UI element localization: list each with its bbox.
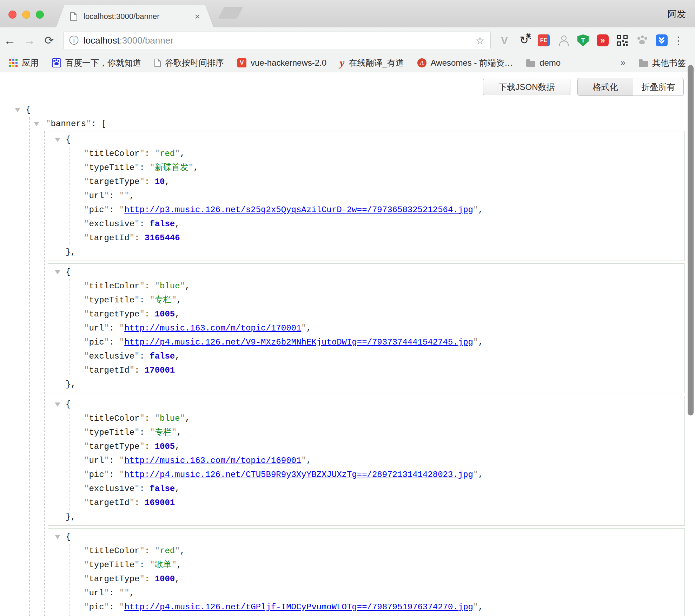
json-literal-value: 170001 (145, 366, 175, 375)
vue-devtools-extension-icon[interactable]: V (497, 33, 512, 48)
browser-profile-name[interactable]: 阿发 (668, 8, 686, 20)
json-punctuation: : (145, 177, 155, 186)
new-tab-button[interactable] (218, 7, 243, 19)
collapse-triangle-icon[interactable] (55, 138, 60, 142)
json-key: typeTitle (89, 428, 134, 437)
extension-icons-row: V ↻英 FE T » (497, 33, 669, 48)
json-key: targetId (89, 233, 129, 243)
bookmark-item[interactable]: AAwesomes - 前端资… (417, 57, 513, 68)
minimize-window-button[interactable] (22, 11, 30, 19)
json-punctuation: : (134, 498, 145, 507)
collapse-triangle-icon[interactable] (55, 535, 60, 539)
json-line: "titleColor": "red", (48, 147, 684, 161)
video-extension-icon[interactable]: » (595, 33, 610, 48)
json-punctuation: : (109, 191, 119, 201)
json-punctuation: , (185, 414, 190, 423)
json-key: titleColor (89, 149, 139, 158)
bookmark-item[interactable]: Vvue-hackernews-2.0 (237, 58, 326, 68)
json-quote: " (155, 281, 160, 291)
json-punctuation: , (177, 428, 181, 437)
json-punctuation: , (180, 149, 185, 158)
json-url-link[interactable]: http://p4.music.126.net/V9-MXz6b2MNhEKju… (124, 338, 473, 347)
json-string-value: blue (160, 414, 180, 423)
folder-icon (639, 61, 648, 67)
json-quote: " (84, 546, 89, 556)
close-window-button[interactable] (8, 11, 16, 19)
collapse-triangle-icon[interactable] (15, 108, 20, 112)
json-quote: " (119, 323, 124, 333)
json-key: pic (89, 602, 104, 612)
address-bar[interactable]: ⓘ localhost:3000/banner ☆ (63, 32, 491, 49)
shield-extension-icon[interactable]: T (576, 33, 590, 48)
json-punctuation: : (109, 470, 119, 479)
json-punctuation: , (185, 281, 190, 291)
profile-silhouette-extension-icon[interactable] (556, 33, 571, 48)
qr-code-extension-icon[interactable] (615, 33, 630, 48)
back-button[interactable]: ← (0, 34, 20, 46)
json-literal-value: 1000 (155, 574, 175, 584)
bookmark-label: 其他书签 (652, 57, 686, 68)
bookmark-item[interactable]: 应用 (9, 57, 39, 68)
json-quote: " (84, 205, 89, 215)
paw-extension-icon[interactable] (635, 33, 649, 48)
json-quote: " (139, 414, 144, 423)
json-punctuation: { (66, 267, 71, 277)
bookmark-item[interactable]: y在线翻译_有道 (340, 57, 404, 68)
reload-button[interactable]: ⟳ (39, 35, 59, 46)
json-literal-value: 1005 (155, 309, 175, 319)
collapse-triangle-icon[interactable] (34, 122, 39, 126)
json-line: "pic": "http://p4.music.126.net/tGPljf-I… (48, 600, 684, 614)
json-url-link[interactable]: http://music.163.com/m/topic/169001 (124, 456, 301, 465)
json-line: "targetId": 170001 (48, 363, 684, 378)
vue-icon: V (237, 58, 246, 67)
json-punctuation: : (139, 219, 150, 229)
json-punctuation: : (109, 602, 119, 612)
collapse-triangle-icon[interactable] (55, 402, 60, 407)
json-quote: " (84, 560, 89, 570)
json-url-link[interactable]: http://p3.music.126.net/s25q2x5QyqsAzilC… (124, 205, 473, 215)
json-quote: " (473, 470, 478, 479)
json-quote: " (119, 588, 124, 598)
json-quote: " (180, 281, 185, 291)
json-punctuation: { (66, 532, 71, 542)
bookmarks-overflow-icon[interactable]: » (621, 57, 626, 68)
page-info-icon[interactable]: ⓘ (69, 34, 79, 47)
json-string-value: 新碟首发 (155, 163, 188, 172)
json-url-link[interactable]: http://p4.music.126.net/tGPljf-IMOCyPvum… (124, 602, 473, 612)
json-punctuation: , (130, 588, 134, 598)
json-key: targetType (89, 442, 139, 451)
fe-extension-icon[interactable]: FE (536, 33, 551, 48)
bookmark-item[interactable]: 谷歌按时间排序 (154, 57, 224, 68)
browser-menu-icon[interactable]: ⋮ (673, 34, 684, 47)
download-manager-extension-icon[interactable] (654, 33, 669, 48)
json-quote: " (119, 191, 124, 201)
json-punctuation: , (175, 219, 180, 229)
json-url-link[interactable]: http://music.163.com/m/topic/170001 (124, 323, 301, 333)
json-line: "typeTitle": "新碟首发", (48, 161, 684, 175)
json-line: { (48, 265, 684, 279)
json-quote: " (134, 295, 139, 305)
collapse-triangle-icon[interactable] (55, 270, 60, 274)
json-key: targetType (89, 574, 139, 584)
bookmark-item[interactable]: 百度一下，你就知道 (52, 57, 141, 68)
address-url: localhost:3000/banner (84, 35, 472, 46)
bookmark-item[interactable]: demo (526, 58, 561, 68)
json-key: exclusive (89, 352, 134, 361)
other-bookmarks-folder[interactable]: 其他书签 (639, 57, 686, 68)
json-line: "url": "", (48, 189, 684, 203)
json-quote: " (84, 295, 89, 305)
translate-extension-icon[interactable]: ↻英 (517, 33, 531, 48)
json-line: "typeTitle": "歌单", (48, 558, 684, 572)
zoom-window-button[interactable] (36, 11, 44, 19)
json-literal-value: false (150, 219, 175, 229)
json-quote: " (104, 323, 109, 333)
bookmark-star-icon[interactable]: ☆ (475, 34, 485, 47)
tab-close-icon[interactable]: × (195, 12, 200, 21)
vertical-scrollbar-thumb[interactable] (688, 65, 694, 415)
browser-tab[interactable]: localhost:3000/banner × (55, 5, 214, 28)
json-key: url (89, 191, 104, 201)
json-url-link[interactable]: http://p4.music.126.net/CTU5B9R9y3XyYBZX… (124, 470, 473, 479)
json-quote: " (119, 456, 124, 465)
json-punctuation: : (109, 588, 119, 598)
json-quote: " (139, 442, 144, 451)
